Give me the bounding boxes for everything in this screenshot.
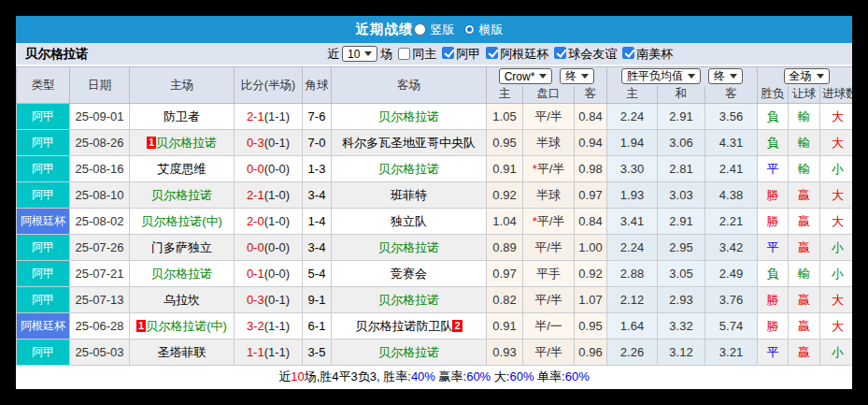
ah-line-cell: 平/半	[523, 104, 575, 130]
league-checkbox-2[interactable]	[554, 47, 566, 59]
away-team-name: 贝尔格拉诺	[378, 293, 439, 307]
recent-count-select[interactable]: 10	[342, 46, 377, 62]
chevron-down-icon	[539, 74, 547, 79]
eu-draw-odds-cell: 2.91	[658, 209, 705, 235]
ah-line-cell: 平/半	[523, 340, 575, 366]
ah-home-odds-cell: 1.05	[487, 104, 523, 130]
ah-home-odds-cell: 0.89	[487, 235, 523, 261]
score-cell: 2-1(1-1)	[235, 104, 303, 130]
halftime-score: (1-1)	[264, 319, 290, 333]
sub-header-ah-line: 盘口	[523, 86, 575, 104]
handicap-time-select[interactable]: 终	[560, 68, 594, 84]
home-team-name: 贝尔格拉诺(中)	[146, 319, 227, 333]
halftime-score: (0-1)	[264, 293, 290, 307]
recent-prefix-label: 近	[327, 46, 339, 63]
outcome-cell: 負	[758, 130, 789, 156]
fulltime-score: 0-3	[247, 293, 264, 307]
sub-header-eu-draw-label: 和	[676, 87, 688, 100]
ah-away-odds-cell: 0.98	[575, 156, 607, 182]
date-cell: 25-07-13	[70, 287, 130, 313]
goals-result-cell: 大	[820, 130, 852, 156]
goals-result-cell: 小	[820, 235, 852, 261]
halftime-score: (0-0)	[264, 267, 290, 281]
home-team-name: 贝尔格拉诺(中)	[141, 214, 222, 228]
fulltime-score: 0-3	[247, 136, 264, 150]
outcome-cell: 勝	[758, 287, 789, 313]
sub-header-eu-away: 客	[705, 86, 758, 104]
handicap-result-cell: 輸	[789, 261, 820, 287]
ah-away-odds-cell: 0.92	[575, 261, 607, 287]
league-cell: 阿根廷杯	[17, 209, 70, 235]
eu-home-odds-cell: 1.64	[607, 313, 658, 340]
recent-results-panel: 近期战绩 竖版横版 贝尔格拉诺 近 10 场 同主 阿甲阿根廷杯球会友谊南美杯 …	[16, 16, 852, 389]
layout-radio-label-horizontal[interactable]: 横版	[479, 22, 504, 38]
eu-away-odds-cell: 4.31	[705, 130, 758, 156]
halftime-score: (1-0)	[264, 188, 290, 202]
league-cell: 阿甲	[17, 340, 70, 366]
results-table: 类型 日期 主场 比分(半场) 角球 客场 Crow*终 胜平负均值终 全场 主…	[16, 66, 852, 366]
league-checkbox-label-1[interactable]: 阿根廷杯	[500, 47, 548, 61]
goals-result-cell: 大	[820, 287, 852, 313]
eu-away-odds-cell: 2.41	[705, 156, 758, 182]
sub-header-ah-home: 主	[487, 86, 523, 104]
eu-away-odds-cell: 4.38	[705, 182, 758, 209]
result-group-header: 全场	[758, 67, 852, 86]
eu-home-odds-cell: 2.88	[607, 261, 658, 287]
ah-line-cell: *平/半	[523, 209, 575, 235]
europe-time-select[interactable]: 终	[708, 68, 743, 84]
match-row: 阿甲25-07-26门多萨独立0-0(0-0)3-4贝尔格拉诺0.89平/半1.…	[17, 235, 853, 261]
outcome-cell: 負	[758, 261, 789, 287]
handicap-source-select[interactable]: Crow*	[499, 68, 553, 84]
league-checkbox-0[interactable]	[442, 47, 454, 59]
goals-result-cell: 大	[820, 209, 852, 235]
layout-radio-vertical[interactable]	[414, 23, 426, 36]
ah-line-text: 平/半	[534, 293, 562, 307]
league-checkbox-1[interactable]	[486, 47, 498, 59]
league-checkbox-3[interactable]	[622, 47, 634, 59]
fulltime-score: 2-1	[247, 109, 264, 123]
handicap-result-cell: 贏	[789, 287, 820, 313]
outcome-cell: 勝	[758, 182, 789, 209]
outcome-cell: 勝	[758, 313, 789, 340]
ah-line-cell: 半/一	[523, 313, 575, 340]
date-cell: 25-08-16	[70, 156, 130, 182]
home-team-cell: 贝尔格拉诺	[130, 261, 235, 287]
outcome-cell: 負	[758, 104, 789, 130]
match-row: 阿甲25-05-03圣塔菲联1-1(1-1)3-5贝尔格拉诺0.93平/半0.9…	[17, 340, 853, 366]
handicap-result-cell: 輸	[789, 130, 820, 156]
layout-radio-horizontal[interactable]	[465, 25, 474, 34]
filter-controls: 近 10 场 同主 阿甲阿根廷杯球会友谊南美杯	[327, 43, 673, 65]
outcome-cell: 平	[758, 156, 789, 182]
handicap-result-cell: 贏	[789, 313, 820, 340]
corners-cell: 3-4	[303, 235, 332, 261]
away-team-name: 班菲特	[391, 188, 427, 202]
away-team-cell: 贝尔格拉诺	[332, 287, 487, 313]
sub-header-ah-away: 客	[575, 86, 607, 104]
corners-cell: 5-4	[303, 261, 332, 287]
eu-draw-odds-cell: 2.81	[658, 156, 705, 182]
away-team-name: 贝尔格拉诺	[378, 162, 439, 176]
league-checkbox-label-2[interactable]: 球会友谊	[568, 47, 617, 61]
summary-segment-3: 40%	[411, 369, 435, 383]
ah-line-cell: 半球	[523, 182, 575, 209]
eu-away-odds-cell: 3.76	[705, 287, 758, 313]
result-scope-select[interactable]: 全场	[784, 68, 830, 84]
ah-home-odds-cell: 0.93	[487, 340, 523, 366]
away-team-name: 贝尔格拉诺	[378, 240, 439, 254]
layout-radio-label-vertical[interactable]: 竖版	[431, 22, 455, 38]
ah-away-odds-cell: 0.84	[575, 104, 607, 130]
score-cell: 2-0(1-0)	[235, 209, 303, 235]
away-team-name: 科尔多瓦圣地亚哥中央队	[342, 136, 476, 150]
same-home-label[interactable]: 同主	[412, 46, 436, 63]
ah-line-text: 半球	[536, 136, 561, 150]
eu-home-odds-cell: 1.94	[607, 130, 658, 156]
away-team-cell: 贝尔格拉诺	[332, 340, 487, 366]
same-home-checkbox[interactable]	[398, 48, 410, 60]
col-header-corners: 角球	[303, 67, 332, 104]
score-cell: 0-0(0-0)	[235, 235, 303, 261]
league-checkbox-label-3[interactable]: 南美杯	[636, 47, 673, 61]
halftime-score: (0-0)	[264, 162, 290, 176]
league-checkbox-label-0[interactable]: 阿甲	[456, 47, 480, 61]
europe-source-select[interactable]: 胜平负均值	[621, 68, 701, 84]
home-team-cell: 贝尔格拉诺(中)	[130, 209, 235, 235]
